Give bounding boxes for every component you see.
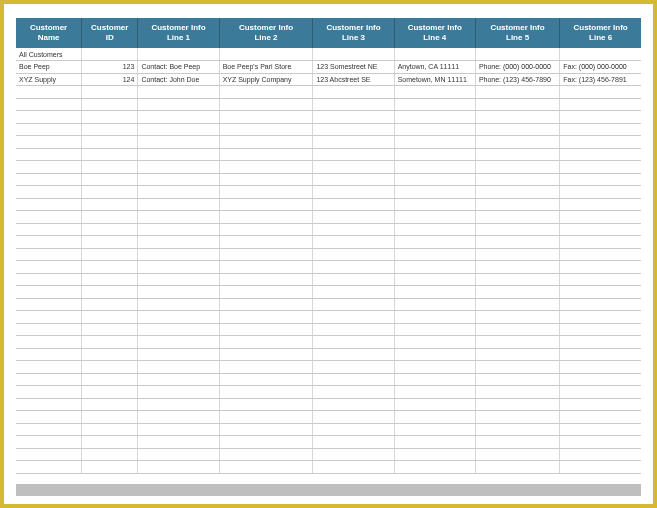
cell-empty[interactable] — [16, 261, 82, 274]
cell-empty[interactable] — [138, 348, 219, 361]
cell-empty[interactable] — [313, 436, 394, 449]
cell-empty[interactable] — [313, 123, 394, 136]
cell-empty[interactable] — [313, 448, 394, 461]
cell-empty[interactable] — [138, 136, 219, 149]
cell-empty[interactable] — [219, 386, 313, 399]
cell-empty[interactable] — [16, 111, 82, 124]
cell-empty[interactable] — [313, 273, 394, 286]
cell-empty[interactable] — [560, 173, 641, 186]
col-header-line3[interactable]: Customer InfoLine 3 — [313, 18, 394, 48]
cell-empty[interactable] — [138, 211, 219, 224]
cell-empty[interactable] — [560, 348, 641, 361]
cell-empty[interactable] — [475, 398, 559, 411]
cell-empty[interactable] — [219, 98, 313, 111]
cell-empty[interactable] — [560, 223, 641, 236]
cell-empty[interactable] — [219, 86, 313, 99]
cell-empty[interactable] — [138, 123, 219, 136]
cell-empty[interactable] — [394, 361, 475, 374]
cell-empty[interactable] — [313, 461, 394, 474]
cell-empty[interactable] — [475, 148, 559, 161]
cell-empty[interactable] — [82, 236, 138, 249]
cell-empty[interactable] — [16, 423, 82, 436]
cell-empty[interactable] — [82, 261, 138, 274]
cell-empty[interactable] — [138, 336, 219, 349]
cell-empty[interactable] — [560, 423, 641, 436]
cell-empty[interactable] — [82, 161, 138, 174]
cell-empty[interactable] — [82, 248, 138, 261]
cell-empty[interactable] — [16, 311, 82, 324]
cell-empty[interactable] — [138, 236, 219, 249]
cell-empty[interactable] — [313, 423, 394, 436]
cell-empty[interactable] — [560, 236, 641, 249]
cell-empty[interactable] — [475, 348, 559, 361]
cell-empty[interactable] — [138, 173, 219, 186]
cell-empty[interactable] — [475, 323, 559, 336]
cell-empty[interactable] — [560, 261, 641, 274]
cell-id[interactable] — [82, 48, 138, 61]
cell-empty[interactable] — [138, 261, 219, 274]
cell-empty[interactable] — [313, 411, 394, 424]
cell-empty[interactable] — [82, 111, 138, 124]
cell-empty[interactable] — [82, 323, 138, 336]
cell-empty[interactable] — [219, 461, 313, 474]
cell-empty[interactable] — [560, 436, 641, 449]
cell-empty[interactable] — [82, 373, 138, 386]
cell-empty[interactable] — [475, 411, 559, 424]
cell-empty[interactable] — [16, 398, 82, 411]
cell-empty[interactable] — [313, 86, 394, 99]
cell-empty[interactable] — [138, 286, 219, 299]
cell-empty[interactable] — [219, 198, 313, 211]
cell-empty[interactable] — [82, 411, 138, 424]
cell-empty[interactable] — [313, 173, 394, 186]
cell-empty[interactable] — [560, 136, 641, 149]
col-header-line1[interactable]: Customer InfoLine 1 — [138, 18, 219, 48]
cell-empty[interactable] — [138, 298, 219, 311]
cell-empty[interactable] — [16, 436, 82, 449]
cell-empty[interactable] — [313, 211, 394, 224]
cell-empty[interactable] — [16, 273, 82, 286]
col-header-id[interactable]: CustomerID — [82, 18, 138, 48]
cell-empty[interactable] — [16, 98, 82, 111]
cell-empty[interactable] — [394, 123, 475, 136]
cell-empty[interactable] — [313, 186, 394, 199]
cell-empty[interactable] — [560, 361, 641, 374]
cell-l1[interactable] — [138, 48, 219, 61]
cell-empty[interactable] — [394, 111, 475, 124]
cell-empty[interactable] — [219, 161, 313, 174]
cell-empty[interactable] — [394, 286, 475, 299]
cell-empty[interactable] — [138, 98, 219, 111]
cell-empty[interactable] — [16, 186, 82, 199]
cell-empty[interactable] — [394, 298, 475, 311]
cell-empty[interactable] — [82, 423, 138, 436]
cell-empty[interactable] — [138, 411, 219, 424]
cell-empty[interactable] — [313, 361, 394, 374]
cell-empty[interactable] — [313, 148, 394, 161]
cell-empty[interactable] — [313, 298, 394, 311]
cell-empty[interactable] — [313, 311, 394, 324]
cell-empty[interactable] — [138, 311, 219, 324]
cell-empty[interactable] — [394, 323, 475, 336]
cell-empty[interactable] — [475, 336, 559, 349]
cell-empty[interactable] — [138, 186, 219, 199]
cell-empty[interactable] — [560, 98, 641, 111]
cell-empty[interactable] — [219, 211, 313, 224]
cell-empty[interactable] — [475, 198, 559, 211]
cell-empty[interactable] — [394, 273, 475, 286]
cell-empty[interactable] — [138, 386, 219, 399]
cell-empty[interactable] — [475, 173, 559, 186]
cell-empty[interactable] — [394, 436, 475, 449]
cell-empty[interactable] — [219, 123, 313, 136]
cell-l2[interactable]: Boe Peep's Pari Store — [219, 61, 313, 74]
cell-empty[interactable] — [475, 448, 559, 461]
cell-empty[interactable] — [394, 311, 475, 324]
cell-empty[interactable] — [475, 161, 559, 174]
cell-empty[interactable] — [16, 136, 82, 149]
cell-empty[interactable] — [16, 323, 82, 336]
cell-empty[interactable] — [313, 386, 394, 399]
cell-l4[interactable]: Anytown, CA 11111 — [394, 61, 475, 74]
cell-empty[interactable] — [16, 123, 82, 136]
cell-empty[interactable] — [219, 223, 313, 236]
cell-empty[interactable] — [475, 436, 559, 449]
cell-empty[interactable] — [394, 161, 475, 174]
cell-empty[interactable] — [219, 311, 313, 324]
